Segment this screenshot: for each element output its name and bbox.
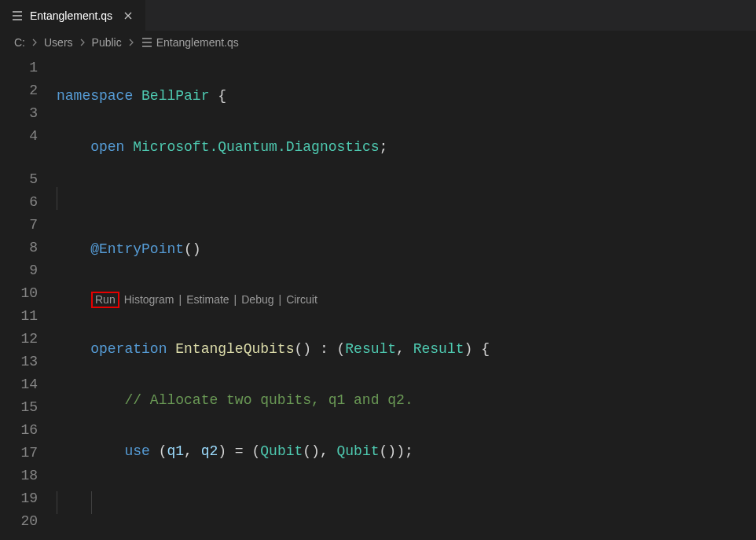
file-icon xyxy=(11,9,24,22)
codelens-estimate[interactable]: Estimate xyxy=(186,293,229,306)
code-line: use (q1, q2) = (Qubit(), Qubit()); xyxy=(57,440,756,463)
breadcrumb-item[interactable]: Public xyxy=(92,36,122,49)
codelens-circuit[interactable]: Circuit xyxy=(286,293,317,306)
code-line: operation EntangleQubits() : (Result, Re… xyxy=(57,338,756,361)
code-line: namespace BellPair { xyxy=(57,85,756,108)
codelens-debug[interactable]: Debug xyxy=(241,293,273,306)
codelens-row: Run Histogram | Estimate | Debug | Circu… xyxy=(57,289,756,310)
line-gutter: 1 2 3 4 5 6 7 8 9 10 11 12 13 14 15 16 1… xyxy=(0,57,57,540)
breadcrumb-item[interactable]: C: xyxy=(14,36,25,49)
code-line: open Microsoft.Quantum.Diagnostics; xyxy=(57,136,756,159)
tab-bar: Entanglement.qs xyxy=(0,0,756,31)
tab-active[interactable]: Entanglement.qs xyxy=(0,0,145,31)
code-line xyxy=(57,187,756,210)
code-editor[interactable]: 1 2 3 4 5 6 7 8 9 10 11 12 13 14 15 16 1… xyxy=(0,53,756,540)
file-icon xyxy=(141,36,153,49)
breadcrumb-file[interactable]: Entanglement.qs xyxy=(141,36,239,49)
chevron-right-icon xyxy=(30,38,39,47)
close-icon[interactable] xyxy=(122,9,134,22)
code-content[interactable]: namespace BellPair { open Microsoft.Quan… xyxy=(57,57,756,540)
code-line: // Allocate two qubits, q1 and q2. xyxy=(57,389,756,412)
tab-filename: Entanglement.qs xyxy=(30,9,112,22)
chevron-right-icon xyxy=(127,38,136,47)
codelens-histogram[interactable]: Histogram xyxy=(124,293,174,306)
breadcrumb: C: Users Public Entanglement.qs xyxy=(0,31,756,53)
breadcrumb-item[interactable]: Users xyxy=(44,36,73,49)
code-line xyxy=(57,491,756,514)
chevron-right-icon xyxy=(78,38,87,47)
code-line: @EntryPoint() xyxy=(57,238,756,261)
codelens-run[interactable]: Run xyxy=(91,292,119,308)
